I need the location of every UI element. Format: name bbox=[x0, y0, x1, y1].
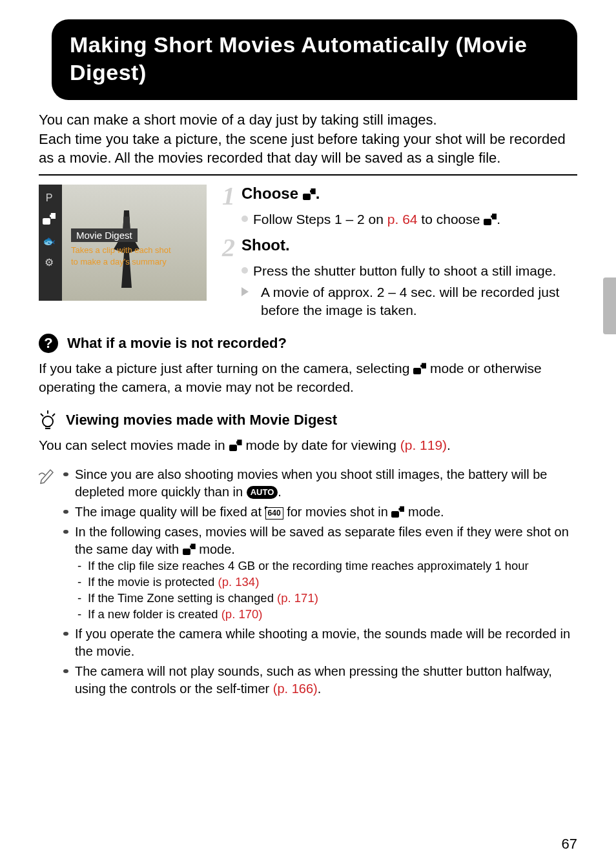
movie-digest-icon bbox=[183, 543, 196, 555]
section-tab bbox=[603, 278, 616, 334]
mode-desc-line1: Takes a clip with each shot bbox=[71, 245, 171, 256]
qa-body-pre: If you take a picture just after turning… bbox=[39, 361, 413, 376]
movie-digest-icon bbox=[303, 188, 316, 200]
step-number: 2 bbox=[220, 236, 238, 259]
page-link[interactable]: (p. 170) bbox=[221, 607, 263, 621]
step-title: Choose . bbox=[241, 185, 320, 203]
bullet-icon bbox=[63, 472, 68, 476]
movie-digest-icon bbox=[413, 363, 426, 374]
settings-mode-icon: ⚙ bbox=[45, 256, 54, 268]
tip-lightbulb-icon bbox=[39, 410, 57, 430]
svg-line-2 bbox=[52, 414, 55, 416]
bullet-icon bbox=[63, 530, 68, 534]
qa-body: If you take a picture just after turning… bbox=[39, 359, 577, 396]
note-sub-item: -If the Time Zone setting is changed (p.… bbox=[77, 590, 577, 607]
question-icon: ? bbox=[39, 334, 58, 353]
page-link[interactable]: p. 64 bbox=[387, 212, 418, 227]
dash-icon: - bbox=[77, 607, 84, 623]
tip-body: You can select movies made in mode by da… bbox=[39, 436, 577, 454]
note-item: In the following cases, movies will be s… bbox=[63, 523, 577, 623]
page-number: 67 bbox=[562, 836, 577, 853]
page-link[interactable]: (p. 134) bbox=[218, 575, 260, 589]
auto-mode-icon: AUTO bbox=[247, 486, 278, 499]
intro-paragraph: You can make a short movie of a day just… bbox=[39, 110, 577, 168]
camera-lcd-screenshot: P 🐟 ⚙ Movie Digest Takes a clip with eac… bbox=[39, 185, 207, 301]
svg-line-1 bbox=[41, 414, 43, 416]
section-title: Making Short Movies Automatically (Movie… bbox=[70, 31, 562, 86]
step-body-item: Press the shutter button fully to shoot … bbox=[241, 262, 577, 280]
svg-point-3 bbox=[43, 416, 53, 427]
movie-digest-icon bbox=[229, 439, 242, 451]
resolution-640-icon: 640 bbox=[265, 507, 283, 519]
step-number: 1 bbox=[220, 185, 238, 208]
page-link[interactable]: (p. 166) bbox=[273, 681, 318, 696]
underwater-mode-icon: 🐟 bbox=[43, 235, 56, 247]
bullet-icon bbox=[63, 510, 68, 514]
note-item: The image quality will be fixed at 640 f… bbox=[63, 503, 577, 521]
movie-digest-mode-icon bbox=[43, 213, 56, 226]
page-link[interactable]: (p. 171) bbox=[277, 591, 318, 605]
note-sub-item: -If the clip file size reaches 4 GB or t… bbox=[77, 558, 577, 574]
page-link[interactable]: (p. 119) bbox=[400, 438, 447, 452]
mode-p-icon: P bbox=[46, 192, 53, 204]
note-item: The camera will not play sounds, such as… bbox=[63, 663, 577, 698]
qa-heading: What if a movie is not recorded? bbox=[67, 335, 287, 352]
dash-icon: - bbox=[77, 590, 84, 607]
step-body-item: Follow Steps 1 – 2 on p. 64 to choose . bbox=[241, 210, 577, 228]
dash-icon: - bbox=[77, 558, 84, 574]
note-sub-item: -If the movie is protected (p. 134) bbox=[77, 574, 577, 590]
bullet-icon bbox=[63, 632, 68, 636]
bullet-icon bbox=[63, 669, 68, 673]
tip-body-post: . bbox=[447, 438, 451, 452]
dash-icon: - bbox=[77, 574, 84, 590]
action-bullet-icon bbox=[241, 216, 248, 222]
step-title: Shoot. bbox=[241, 236, 290, 254]
tip-body-pre: You can select movies made in bbox=[39, 438, 229, 452]
movie-digest-icon bbox=[484, 214, 497, 225]
mode-title-label: Movie Digest bbox=[71, 228, 138, 242]
note-item: If you operate the camera while shooting… bbox=[63, 625, 577, 660]
note-sub-item: -If a new folder is created (p. 170) bbox=[77, 607, 577, 623]
note-pencil-icon bbox=[39, 466, 56, 700]
movie-digest-icon bbox=[391, 506, 404, 518]
section-title-block: Making Short Movies Automatically (Movie… bbox=[52, 19, 577, 100]
tip-heading: Viewing movies made with Movie Digest bbox=[66, 412, 337, 429]
result-bullet-icon bbox=[241, 287, 256, 296]
mode-desc-line2: to make a day's summary bbox=[71, 256, 171, 268]
mode-icon-column: P 🐟 ⚙ bbox=[43, 192, 56, 268]
divider bbox=[39, 174, 577, 176]
step-body-item: A movie of approx. 2 – 4 sec. will be re… bbox=[241, 283, 577, 320]
tip-body-mid: mode by date for viewing bbox=[242, 438, 400, 452]
action-bullet-icon bbox=[241, 267, 248, 274]
note-item: Since you are also shooting movies when … bbox=[63, 466, 577, 501]
